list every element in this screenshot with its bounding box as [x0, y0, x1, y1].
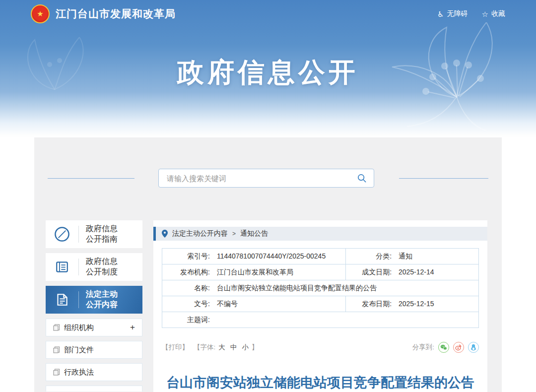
sidebar-item-label: 法定主动 公开内容: [86, 289, 118, 310]
hero-banner: ★ 江门台山市发展和改革局 ♿ 无障碍 ☆ 收藏 政府信息公开: [0, 0, 536, 137]
sub-item-label: 部门文件: [64, 345, 94, 355]
weibo-share-icon[interactable]: [453, 342, 464, 353]
font-medium-button[interactable]: 中: [230, 343, 237, 352]
sidebar-item-guide[interactable]: 政府信息 公开指南: [46, 220, 142, 248]
name-value: 台山市阁安站独立储能电站项目竞争配置结果的公告: [217, 284, 377, 292]
favorite-button[interactable]: ☆ 收藏: [482, 9, 505, 18]
sidebar-sub-item-partial[interactable]: [46, 386, 142, 392]
content-panel: 政府信息 公开指南: [34, 137, 502, 392]
accessibility-label: 无障碍: [447, 9, 468, 18]
written-date-cell: 成文日期: 2025-12-14: [346, 264, 479, 280]
print-button[interactable]: 【打印】: [162, 343, 189, 352]
article-title: 台山市阁安站独立储能电站项目竞争配置结果的公告: [162, 374, 479, 392]
breadcrumb-current[interactable]: 通知公告: [240, 229, 268, 238]
font-small-button[interactable]: 小: [242, 343, 249, 352]
font-large-button[interactable]: 大: [218, 343, 225, 352]
wechat-share-icon[interactable]: [438, 342, 449, 353]
decorative-line-right: [399, 178, 488, 179]
page-title: 政府信息公开: [0, 55, 536, 91]
index-cell: 索引号: 11440781007074440Y/2025-00245: [162, 249, 346, 264]
font-size-controls: 【字体: 大 中 小 】: [194, 343, 258, 352]
subject-label: 主题词:: [166, 316, 210, 325]
star-icon: ☆: [482, 10, 488, 18]
category-label: 分类:: [350, 252, 392, 261]
document-meta-table: 索引号: 11440781007074440Y/2025-00245 分类: 通…: [162, 248, 479, 328]
name-label: 名称:: [166, 284, 210, 293]
search-input[interactable]: [166, 174, 357, 183]
emblem-star-glyph: ★: [37, 9, 43, 18]
doc-no-cell: 文号: 不编号: [162, 296, 346, 312]
subject-cell: 主题词:: [162, 312, 479, 328]
table-row: 文号: 不编号 发布日期: 2025-12-15: [162, 296, 479, 312]
search-row: [34, 169, 502, 188]
search-icon: [357, 173, 367, 183]
topbar-utilities: ♿ 无障碍 ☆ 收藏: [437, 9, 505, 18]
main-content: 法定主动公开内容 > 通知公告 索引号: 11440781007074440Y/…: [153, 220, 487, 392]
table-row: 索引号: 11440781007074440Y/2025-00245 分类: 通…: [162, 249, 479, 264]
compass-icon: [54, 226, 70, 243]
sidebar-sub-item-organization[interactable]: 组织机构 +: [46, 319, 142, 336]
sidebar-sub-item-department-files[interactable]: 部门文件: [46, 341, 142, 359]
book-icon: [54, 259, 70, 275]
page-icon: [53, 324, 60, 331]
index-value: 11440781007074440Y/2025-00245: [217, 252, 326, 260]
written-date-value: 2025-12-14: [399, 268, 434, 276]
decorative-line-left: [48, 178, 134, 179]
divider: [78, 291, 79, 308]
location-pin-icon: [162, 230, 168, 238]
font-label: 【字体:: [194, 343, 215, 352]
search-box: [158, 169, 374, 188]
publish-date-cell: 发布日期: 2025-12-15: [346, 296, 479, 312]
sidebar-item-label: 政府信息 公开制度: [86, 257, 118, 277]
name-cell: 名称: 台山市阁安站独立储能电站项目竞争配置结果的公告: [162, 280, 479, 296]
written-date-label: 成文日期:: [350, 268, 392, 277]
sidebar-item-rules[interactable]: 政府信息 公开制度: [46, 253, 142, 281]
doc-no-value: 不编号: [217, 300, 238, 308]
top-header-bar: ★ 江门台山市发展和改革局 ♿ 无障碍 ☆ 收藏: [0, 0, 536, 28]
table-row: 主题词:: [162, 312, 479, 328]
category-cell: 分类: 通知: [346, 249, 479, 264]
national-emblem-icon: ★: [31, 4, 50, 23]
page-icon: [53, 346, 60, 353]
divider: [78, 259, 79, 275]
agency-cell: 发布机构: 江门台山市发展和改革局: [162, 264, 346, 280]
category-value: 通知: [399, 252, 412, 260]
article-toolbar: 【打印】 【字体: 大 中 小 】 分享到:: [162, 342, 479, 353]
expand-plus-button[interactable]: +: [130, 323, 135, 332]
breadcrumb-separator: >: [232, 230, 236, 237]
page-icon: [53, 369, 60, 376]
sidebar: 政府信息 公开指南: [46, 220, 142, 392]
search-button[interactable]: [357, 173, 367, 183]
sub-item-label: 行政执法: [64, 368, 94, 377]
agency-label: 发布机构:: [166, 268, 210, 277]
font-label-close: 】: [252, 343, 259, 352]
publish-date-value: 2025-12-15: [399, 300, 434, 308]
table-row: 发布机构: 江门台山市发展和改革局 成文日期: 2025-12-14: [162, 264, 479, 280]
favorite-label: 收藏: [491, 9, 505, 18]
doc-no-label: 文号:: [166, 300, 210, 309]
share-label: 分享到:: [412, 343, 434, 352]
sidebar-sub-item-law-enforcement[interactable]: 行政执法: [46, 363, 142, 381]
accessibility-icon: ♿: [437, 10, 444, 18]
site-title: 江门台山市发展和改革局: [56, 7, 176, 21]
divider: [78, 226, 79, 243]
qq-share-icon[interactable]: [468, 342, 479, 353]
agency-value: 江门台山市发展和改革局: [217, 268, 293, 276]
share-bar: 分享到:: [412, 342, 479, 353]
page: ★ 江门台山市发展和改革局 ♿ 无障碍 ☆ 收藏 政府信息公开: [0, 0, 536, 392]
sub-item-label: 组织机构: [64, 323, 94, 332]
breadcrumb: 法定主动公开内容 > 通知公告: [153, 227, 487, 241]
sidebar-item-label: 政府信息 公开指南: [86, 224, 118, 245]
document-icon: [54, 291, 70, 308]
sidebar-item-statutory-disclosure[interactable]: 法定主动 公开内容: [46, 286, 142, 314]
publish-date-label: 发布日期:: [350, 300, 392, 309]
accessibility-button[interactable]: ♿ 无障碍: [437, 9, 468, 18]
site-logo-title[interactable]: ★ 江门台山市发展和改革局: [31, 4, 176, 23]
table-row: 名称: 台山市阁安站独立储能电站项目竞争配置结果的公告: [162, 280, 479, 296]
content-row: 政府信息 公开指南: [34, 220, 502, 392]
index-label: 索引号:: [166, 252, 210, 261]
breadcrumb-parent[interactable]: 法定主动公开内容: [172, 229, 228, 238]
